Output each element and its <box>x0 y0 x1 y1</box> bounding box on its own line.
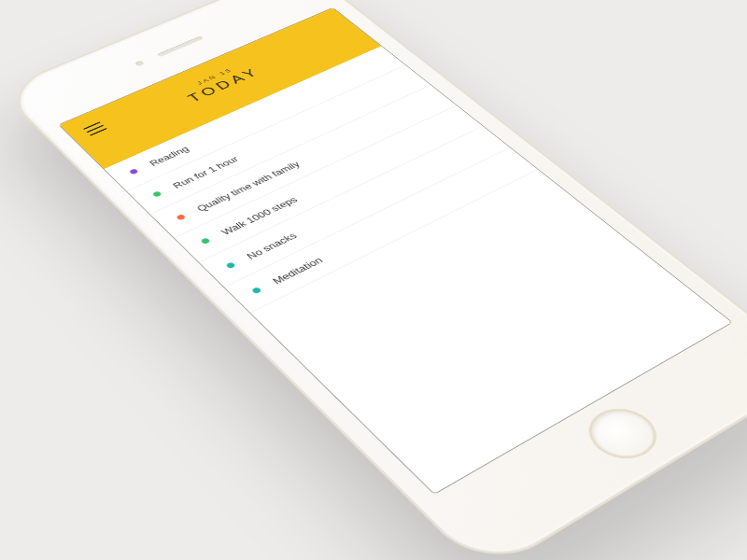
task-dot <box>176 214 186 220</box>
task-dot <box>200 237 210 245</box>
task-dot <box>225 261 235 269</box>
task-label: Reading <box>147 145 190 168</box>
task-dot <box>129 168 139 175</box>
phone-mockup: JAN 15 TODAY Reading Run for 1 hour Qual… <box>0 0 747 560</box>
menu-icon[interactable] <box>83 121 107 135</box>
task-dot <box>152 190 162 197</box>
task-dot <box>251 287 262 294</box>
stage: JAN 15 TODAY Reading Run for 1 hour Qual… <box>0 0 747 560</box>
